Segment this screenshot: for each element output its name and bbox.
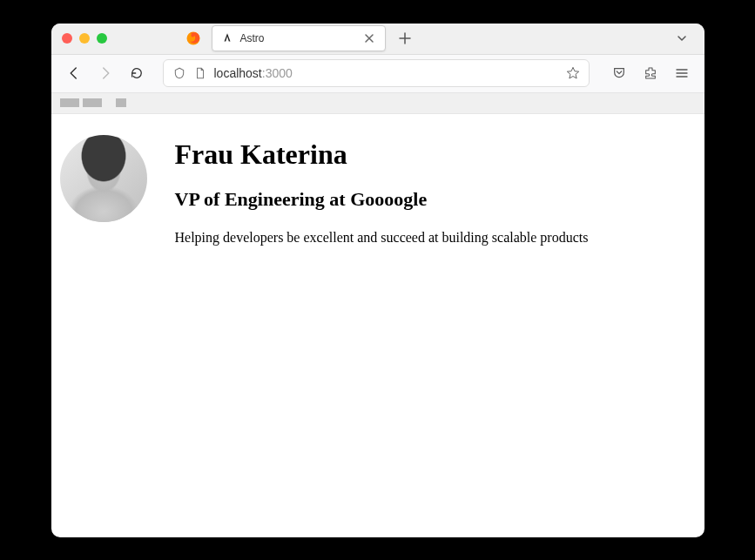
tab-list-dropdown[interactable]	[670, 26, 694, 51]
close-tab-button[interactable]	[362, 33, 376, 44]
pocket-button[interactable]	[607, 61, 631, 85]
bookmark-placeholder[interactable]	[116, 98, 126, 107]
reload-button[interactable]	[125, 61, 149, 85]
tab-active[interactable]: Astro	[212, 25, 386, 51]
page-icon	[193, 66, 207, 80]
profile-title: VP of Engineering at Goooogle	[175, 188, 696, 211]
firefox-icon	[185, 30, 201, 46]
astro-icon	[221, 32, 233, 44]
new-tab-button[interactable]	[393, 26, 417, 51]
url-text: localhost:3000	[214, 66, 559, 80]
bookmark-placeholder[interactable]	[83, 98, 102, 107]
maximize-window-button[interactable]	[97, 33, 107, 44]
bookmark-placeholder[interactable]	[60, 98, 79, 107]
profile-name: Frau Katerina	[175, 138, 696, 171]
bookmarks-toolbar	[51, 93, 704, 114]
forward-button[interactable]	[93, 61, 118, 85]
profile-text: Frau Katerina VP of Engineering at Goooo…	[175, 135, 696, 247]
tab-title: Astro	[240, 32, 355, 44]
navigation-toolbar: localhost:3000	[51, 55, 704, 93]
window-controls	[62, 33, 107, 44]
app-menu-button[interactable]	[670, 61, 694, 85]
page-content: Frau Katerina VP of Engineering at Goooo…	[51, 114, 704, 268]
titlebar: Astro	[51, 24, 704, 55]
browser-window: Astro	[51, 24, 704, 537]
url-port: :3000	[262, 66, 293, 80]
url-bar[interactable]: localhost:3000	[163, 59, 590, 87]
avatar	[60, 135, 147, 222]
back-button[interactable]	[62, 61, 86, 85]
bookmark-star-icon[interactable]	[566, 66, 580, 80]
url-host: localhost	[214, 66, 262, 80]
minimize-window-button[interactable]	[79, 33, 90, 44]
profile-description: Helping developers be excellent and succ…	[175, 228, 696, 247]
shield-icon	[172, 66, 186, 80]
close-window-button[interactable]	[62, 33, 72, 44]
extensions-button[interactable]	[638, 61, 663, 85]
tab-strip: Astro	[212, 25, 694, 51]
